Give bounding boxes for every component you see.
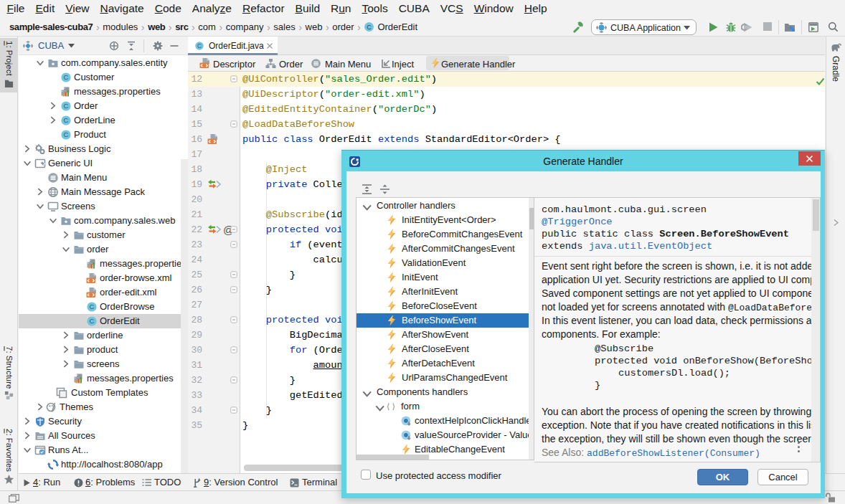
svg-text:C: C xyxy=(367,24,372,31)
svg-text:⟨ ⟩: ⟨ ⟩ xyxy=(387,402,395,411)
